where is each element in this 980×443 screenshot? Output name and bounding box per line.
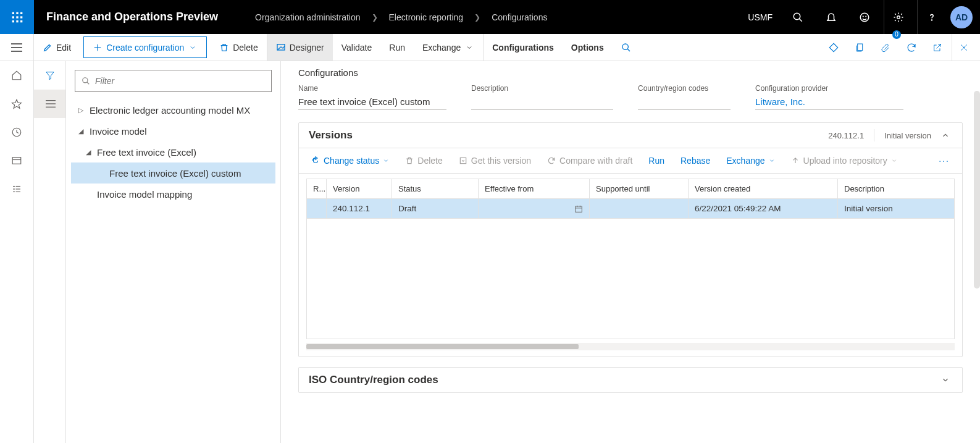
expand-caret-collapsed-icon: ▷ bbox=[77, 106, 85, 114]
modules-icon[interactable] bbox=[0, 175, 33, 203]
notifications-icon[interactable] bbox=[817, 0, 845, 34]
action-pane: Edit Create configuration Delete Designe… bbox=[0, 34, 980, 61]
validate-button[interactable]: Validate bbox=[333, 34, 381, 61]
version-run-button[interactable]: Run bbox=[643, 153, 669, 168]
home-icon[interactable] bbox=[0, 61, 33, 90]
col-header-supported[interactable]: Supported until bbox=[590, 179, 689, 198]
svg-rect-47 bbox=[460, 158, 466, 163]
iso-header[interactable]: ISO Country/region codes bbox=[299, 368, 962, 392]
cell-created[interactable]: 6/22/2021 05:49:22 AM bbox=[689, 199, 838, 218]
col-header-created[interactable]: Version created bbox=[689, 179, 838, 198]
star-icon[interactable] bbox=[0, 90, 33, 118]
create-configuration-button[interactable]: Create configuration bbox=[83, 36, 207, 58]
delete-button[interactable]: Delete bbox=[211, 34, 267, 61]
nav-rail bbox=[0, 61, 34, 443]
close-button[interactable] bbox=[952, 34, 975, 61]
chevron-right-icon: ❯ bbox=[474, 13, 480, 22]
svg-rect-4 bbox=[16, 16, 18, 18]
feedback-smiley-icon[interactable] bbox=[850, 0, 879, 34]
svg-rect-8 bbox=[20, 20, 22, 22]
attachments-button[interactable]: 0 bbox=[874, 34, 897, 61]
pencil-icon bbox=[43, 43, 52, 53]
version-exchange-button[interactable]: Exchange bbox=[721, 153, 779, 168]
scrollbar-thumb[interactable] bbox=[306, 344, 579, 349]
designer-button[interactable]: Designer bbox=[267, 34, 333, 61]
tree-node-invoice-model-mapping[interactable]: Invoice model mapping bbox=[71, 184, 275, 205]
versions-grid: R... Version Status Effective from Suppo… bbox=[306, 179, 955, 339]
user-avatar[interactable]: AD bbox=[950, 6, 973, 28]
svg-rect-0 bbox=[12, 12, 14, 14]
settings-gear-icon[interactable] bbox=[884, 0, 912, 34]
svg-rect-6 bbox=[12, 20, 14, 22]
cell-description[interactable]: Initial version bbox=[838, 199, 954, 218]
versions-header[interactable]: Versions 240.112.1 Initial version bbox=[299, 123, 962, 148]
col-header-effective[interactable]: Effective from bbox=[479, 179, 590, 198]
svg-point-9 bbox=[794, 13, 800, 20]
tree-node-fti-excel-custom[interactable]: Free text invoice (Excel) custom bbox=[71, 162, 275, 184]
edit-label: Edit bbox=[56, 43, 71, 53]
version-delete-button: Delete bbox=[400, 153, 447, 168]
field-value-name[interactable]: Free text invoice (Excel) custom bbox=[298, 96, 446, 110]
edit-button[interactable]: Edit bbox=[34, 34, 80, 61]
options-tab[interactable]: Options bbox=[563, 34, 613, 61]
popout-button[interactable] bbox=[926, 34, 949, 61]
copy-icon[interactable] bbox=[848, 34, 871, 61]
app-launcher-button[interactable] bbox=[0, 0, 34, 34]
rebase-button[interactable]: Rebase bbox=[676, 153, 715, 168]
scrollbar-thumb[interactable] bbox=[974, 91, 980, 289]
cell-effective[interactable] bbox=[479, 199, 590, 218]
change-status-button[interactable]: Change status bbox=[306, 153, 394, 168]
tree-node-ledger-mx[interactable]: ▷Electronic ledger accounting model MX bbox=[71, 99, 275, 120]
diamond-icon[interactable] bbox=[822, 34, 845, 61]
field-value-provider[interactable]: Litware, Inc. bbox=[755, 96, 903, 110]
list-view-icon[interactable] bbox=[34, 90, 65, 118]
col-header-r[interactable]: R... bbox=[307, 179, 327, 198]
recent-icon[interactable] bbox=[0, 118, 33, 146]
exchange-menu-button[interactable]: Exchange bbox=[414, 34, 484, 61]
filter-icon[interactable] bbox=[34, 61, 65, 90]
search-icon[interactable] bbox=[784, 0, 812, 34]
col-header-description[interactable]: Description bbox=[838, 179, 954, 198]
cell-version[interactable]: 240.112.1 bbox=[327, 199, 392, 218]
upload-icon bbox=[791, 156, 800, 165]
delete-label: Delete bbox=[233, 43, 258, 53]
refresh-button[interactable] bbox=[900, 34, 923, 61]
svg-marker-31 bbox=[12, 99, 22, 108]
more-actions-button[interactable]: ··· bbox=[934, 156, 955, 166]
action-search-button[interactable] bbox=[613, 34, 640, 61]
svg-point-45 bbox=[83, 78, 88, 83]
workspace-icon[interactable] bbox=[0, 146, 33, 175]
svg-line-10 bbox=[799, 19, 802, 22]
cell-r[interactable] bbox=[307, 199, 327, 218]
configurations-tab[interactable]: Configurations bbox=[484, 34, 563, 61]
tree-node-fti-excel[interactable]: ◢Free text invoice (Excel) bbox=[71, 141, 275, 162]
config-tree-pane: ▷Electronic ledger accounting model MX ◢… bbox=[66, 61, 281, 443]
tree-filter-input[interactable] bbox=[75, 70, 272, 92]
breadcrumb-item-2[interactable]: Configurations bbox=[492, 12, 547, 22]
tree-node-invoice-model[interactable]: ◢Invoice model bbox=[71, 120, 275, 141]
svg-rect-28 bbox=[858, 44, 863, 51]
svg-point-14 bbox=[897, 15, 900, 19]
help-icon[interactable] bbox=[917, 0, 945, 34]
field-value-description[interactable] bbox=[471, 96, 613, 110]
horizontal-scrollbar[interactable] bbox=[306, 343, 955, 350]
col-header-version[interactable]: Version bbox=[327, 179, 392, 198]
run-button[interactable]: Run bbox=[380, 34, 414, 61]
table-row[interactable]: 240.112.1 Draft 6/22/2021 05:49:22 AM In… bbox=[307, 199, 954, 219]
detail-caption: Configurations bbox=[298, 67, 963, 78]
detail-pane: Configurations Name Free text invoice (E… bbox=[281, 61, 980, 443]
filter-input[interactable] bbox=[95, 76, 265, 86]
svg-point-11 bbox=[860, 13, 869, 22]
col-header-status[interactable]: Status bbox=[392, 179, 479, 198]
breadcrumb-item-0[interactable]: Organization administration bbox=[255, 12, 360, 22]
get-this-version-button: Get this version bbox=[454, 153, 536, 168]
svg-rect-33 bbox=[12, 158, 21, 164]
field-value-country-codes[interactable] bbox=[638, 96, 731, 110]
calendar-icon[interactable] bbox=[574, 205, 583, 213]
nav-toggle-button[interactable] bbox=[0, 34, 34, 61]
cell-supported[interactable] bbox=[590, 199, 689, 218]
breadcrumb-item-1[interactable]: Electronic reporting bbox=[389, 12, 464, 22]
versions-toolbar: Change status Delete Get this version Co… bbox=[299, 148, 962, 174]
cell-status[interactable]: Draft bbox=[392, 199, 479, 218]
company-selector[interactable]: USMF bbox=[742, 12, 779, 22]
